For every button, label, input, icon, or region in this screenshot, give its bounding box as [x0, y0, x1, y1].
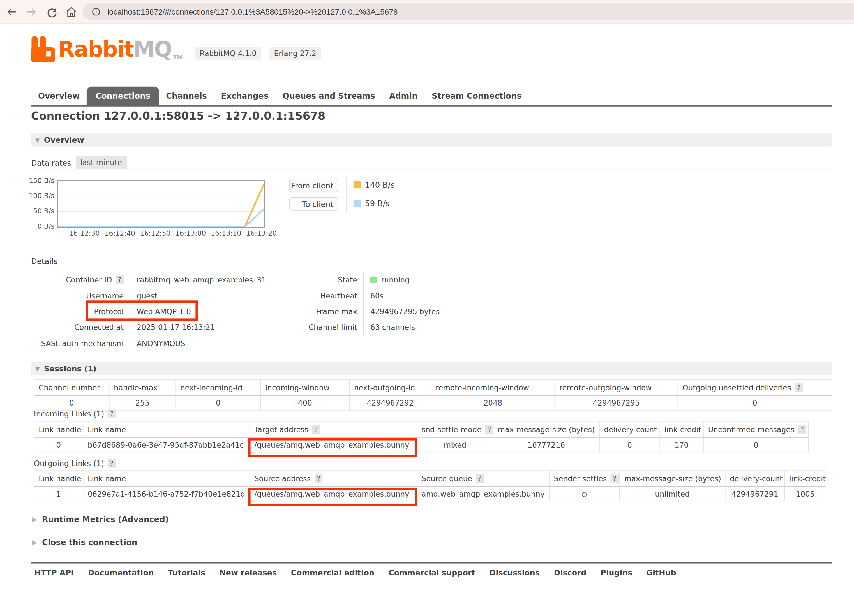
col-source-queue: Source queue?: [417, 470, 549, 486]
help-icon[interactable]: ?: [116, 275, 124, 284]
incoming-links-header-row: Link handle Link name Target address? sn…: [34, 422, 808, 438]
close-connection-section-header[interactable]: ▶ Close this connection: [31, 538, 137, 546]
cell-remote-outgoing-window: 4294967295: [555, 395, 678, 410]
chart-line-1: [58, 209, 264, 227]
rates-mode-badge[interactable]: last minute: [75, 157, 127, 169]
incoming-links-data-row: 0 b67d8689-0a6e-3e47-95df-87abb1e2a41c /…: [34, 438, 808, 452]
footer-link-discussions[interactable]: Discussions: [490, 568, 540, 577]
cell-link-handle: 0: [34, 438, 83, 452]
back-icon[interactable]: [5, 6, 17, 18]
address-bar[interactable]: localhost:15672/#/connections/127.0.0.1%…: [83, 3, 854, 20]
footer-link-http-api[interactable]: HTTP API: [34, 568, 74, 577]
cell-remote-incoming-window: 2048: [431, 395, 555, 410]
site-info-icon[interactable]: [92, 7, 101, 16]
footer-link-new-releases[interactable]: New releases: [220, 568, 277, 577]
cell-link-name: b67d8689-0a6e-3e47-95df-87abb1e2a41c: [83, 438, 250, 452]
cell-handle-max: 255: [109, 395, 175, 410]
sessions-section-header[interactable]: ▼ Sessions (1): [31, 362, 832, 375]
tab-channels[interactable]: Channels: [159, 87, 214, 105]
cell-link-name: 0629e7a1-4156-b146-a752-f7b40e1e821d: [83, 487, 250, 501]
tab-overview[interactable]: Overview: [31, 87, 87, 105]
runtime-metrics-title: Runtime Metrics (Advanced): [42, 515, 169, 524]
cell-unconfirmed-messages: 0: [703, 438, 808, 452]
refresh-icon[interactable]: [46, 6, 58, 18]
outgoing-links-table: Link handle Link name Source address? So…: [34, 470, 826, 501]
help-icon[interactable]: ?: [108, 409, 116, 418]
overview-section-title: Overview: [44, 135, 84, 144]
rabbitmq-management-page: localhost:15672/#/connections/127.0.0.1%…: [0, 0, 854, 616]
sessions-header-row: Channel number handle-max next-incoming-…: [34, 380, 832, 395]
col-max-message-size: max-message-size (bytes): [493, 422, 599, 438]
outgoing-links-label: Outgoing Links (1)?: [34, 459, 116, 468]
legend-button-to-client[interactable]: To client: [289, 197, 339, 211]
forward-icon[interactable]: [26, 6, 38, 18]
channel-limit-value: 63 channels: [364, 319, 512, 335]
page-title: Connection 127.0.0.1:58015 -> 127.0.0.1:…: [31, 109, 325, 122]
col-outgoing-unsettled: Outgoing unsettled deliveries?: [678, 380, 832, 395]
tab-connections[interactable]: Connections: [87, 87, 159, 105]
logo-text-rabbit[interactable]: Rabbit: [58, 36, 133, 63]
footer-link-commercial-edition[interactable]: Commercial edition: [291, 568, 374, 577]
browser-toolbar: localhost:15672/#/connections/127.0.0.1%…: [0, 0, 854, 24]
details-right-table: State running Heartbeat 60s Frame max 42…: [272, 272, 512, 335]
collapse-arrow-icon: ▼: [35, 365, 40, 371]
running-state-indicator: [371, 277, 377, 283]
frame-max-label: Frame max: [272, 303, 363, 319]
home-icon[interactable]: [65, 6, 78, 18]
cell-link-credit: 170: [660, 438, 703, 452]
brand-header: Rabbit MQ TM RabbitMQ 4.1.0 Erlang 27.2: [31, 36, 321, 63]
col-snd-settle-mode: snd-settle-mode?: [417, 422, 493, 438]
expand-arrow-icon: ▶: [32, 516, 37, 523]
help-icon[interactable]: ?: [798, 425, 806, 434]
help-icon[interactable]: ?: [312, 425, 320, 434]
footer-link-discord[interactable]: Discord: [554, 568, 587, 577]
overview-section-header[interactable]: ▼ Overview: [31, 134, 832, 147]
footer-link-documentation[interactable]: Documentation: [88, 568, 154, 577]
tab-admin[interactable]: Admin: [382, 87, 425, 105]
data-rates-label: Data rates: [31, 158, 71, 167]
cell-delivery-count: 0: [599, 438, 660, 452]
legend-button-from-client[interactable]: From client: [289, 178, 339, 192]
x-tick-3: 16:13:00: [172, 229, 210, 237]
logo-text-mq[interactable]: MQ: [133, 36, 172, 63]
cell-next-outgoing-id: 4294967292: [349, 395, 431, 410]
heartbeat-label: Heartbeat: [272, 288, 363, 303]
col-max-message-size: max-message-size (bytes): [620, 470, 725, 486]
footer-link-tutorials[interactable]: Tutorials: [168, 568, 205, 577]
cell-source-queue: amq.web_amqp_examples.bunny: [417, 487, 549, 501]
cell-outgoing-unsettled: 0: [678, 395, 832, 410]
help-icon[interactable]: ?: [611, 474, 619, 483]
chart-line-0: [58, 184, 264, 227]
to-client-rate: 59 B/s: [365, 199, 390, 208]
close-connection-title: Close this connection: [42, 538, 137, 546]
channel-limit-label: Channel limit: [272, 319, 363, 335]
cell-channel-number: 0: [34, 395, 109, 410]
to-client-swatch: [354, 200, 361, 207]
incoming-links-table: Link handle Link name Target address? sn…: [34, 421, 808, 453]
runtime-metrics-section-header[interactable]: ▶ Runtime Metrics (Advanced): [31, 515, 169, 524]
help-icon[interactable]: ?: [795, 383, 803, 392]
col-target-address: Target address?: [250, 422, 417, 438]
help-icon[interactable]: ?: [108, 459, 116, 468]
rabbitmq-logo-icon: [31, 36, 55, 63]
details-divider: [31, 268, 832, 268]
tab-stream-connections[interactable]: Stream Connections: [425, 87, 529, 105]
sessions-section-title: Sessions (1): [44, 364, 96, 373]
tab-exchanges[interactable]: Exchanges: [214, 87, 276, 105]
help-icon[interactable]: ?: [476, 474, 484, 483]
help-icon[interactable]: ?: [485, 425, 493, 434]
help-icon[interactable]: ?: [314, 474, 322, 483]
footer-link-plugins[interactable]: Plugins: [601, 568, 632, 577]
x-tick-5: 16:13:20: [242, 229, 281, 237]
col-next-outgoing-id: next-outgoing-id: [349, 380, 431, 395]
footer-link-github[interactable]: GitHub: [646, 568, 676, 577]
state-label: State: [272, 272, 363, 288]
annotation-target-address-highlight: [249, 438, 417, 457]
footer-link-commercial-support[interactable]: Commercial support: [389, 568, 475, 577]
x-tick-2: 16:12:50: [136, 229, 174, 237]
sessions-data-row: 0 255 0 400 4294967292 2048 4294967295 0: [34, 395, 832, 410]
frame-max-value: 4294967295 bytes: [364, 303, 512, 319]
cell-snd-settle-mode: mixed: [417, 438, 493, 452]
col-incoming-window: incoming-window: [261, 380, 349, 395]
tab-queues-and-streams[interactable]: Queues and Streams: [276, 87, 382, 105]
